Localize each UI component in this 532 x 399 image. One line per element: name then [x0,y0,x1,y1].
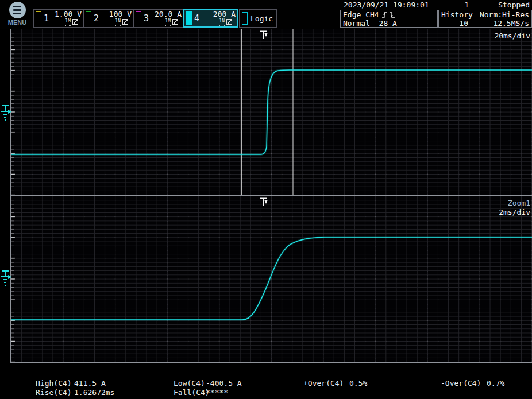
measurement-rise: Rise(C4)1.62672ms [36,388,114,397]
channel-3-scale: 20.0 A [155,11,182,18]
zoom-graticule [11,196,532,362]
timestamp: 2023/09/21 19:09:01 [344,1,429,9]
edge-slope-icon [381,11,395,18]
top-bar: MENU 1 1.00 V 1M 2 100 V 1N [0,0,532,29]
channel-2-coupling: 1N [115,18,121,26]
channel-4-coupling: 1N [219,18,225,26]
probe-icon [172,19,178,25]
trigger-position-marker-zoom[interactable] [260,197,270,207]
measurement-low-value: -400.5 A [206,379,242,388]
measurement-high: High(C4)411.5 A [36,379,114,388]
ch4-ground-marker-main[interactable] [1,104,11,122]
channel-3-color-bar [136,11,141,25]
oscilloscope-screen: MENU 1 1.00 V 1M 2 100 V 1N [0,0,532,399]
measurement-fall-value: ***** [206,388,228,397]
channel-4-box-selected[interactable]: 4 200 A 1N [183,9,238,28]
zoom-timebase-label: 2ms/div [499,208,530,216]
channel-4-color-bar [186,11,192,25]
channel-1-number: 1 [44,13,49,24]
measurement-pover-value: 0.5% [349,379,367,388]
history-label: History [441,10,475,19]
hamburger-icon [9,2,26,18]
menu-button[interactable]: MENU [6,1,29,26]
sample-rate: 12.5MS/s [468,19,529,28]
grid-border-bottom [11,362,532,363]
channel-2-box[interactable]: 2 100 V 1N [83,9,134,28]
logic-label: Logic [250,14,273,23]
status-row: 2023/09/21 19:09:01 1 Stopped [340,1,531,9]
channel-3-box[interactable]: 3 20.0 A 1M [133,9,184,28]
measurement-nover-value: 0.7% [487,379,504,388]
ch4-ground-marker-zoom[interactable] [1,269,11,288]
trigger-type: Edge CH4 [343,10,379,19]
acquisition-mode: Norm:Hi-Res [475,10,529,19]
zoom-window-title: Zoom1 [508,199,530,207]
channel-2-scale: 100 V [109,11,132,18]
measurement-high-value: 411.5 A [74,379,106,388]
main-timebase-label: 20ms/div [494,32,530,40]
channel-2-number: 2 [94,13,99,24]
channel-3-number: 3 [144,13,149,24]
probe-icon [122,19,128,25]
channel-3-coupling: 1M [165,18,171,26]
logic-box[interactable]: Logic [239,9,277,28]
measurement-rise-value: 1.62672ms [74,388,114,397]
trigger-position-marker-main[interactable] [260,30,270,40]
measurement-pover: +Over(C4)0.5% [303,379,367,388]
channel-strip: 1 1.00 V 1M 2 100 V 1N 3 20.0 A 1 [34,9,277,28]
trigger-settings-box[interactable]: Edge CH4 Normal -28 A [340,10,438,28]
acquisition-count: 1 [455,1,469,9]
probe-icon [226,19,232,25]
channel-4-scale: 200 A [213,11,236,18]
acquisition-box[interactable]: History Norm:Hi-Res 10 12.5MS/s [438,10,532,28]
measurement-nover: -Over(C4)0.7% [441,379,504,388]
logic-color-bar [242,12,248,25]
channel-1-scale: 1.00 V [55,11,82,18]
channel-1-coupling: 1M [65,18,71,26]
run-state: Stopped [498,1,530,9]
history-value: 10 [441,19,468,28]
channel-1-color-bar [36,11,41,25]
trigger-mode-level: Normal -28 A [343,19,435,28]
probe-icon [72,19,78,25]
waveform-display: 20ms/div Zoom1 2ms/div [0,29,532,363]
main-graticule [11,29,532,195]
channel-4-number: 4 [194,13,199,24]
measurement-fall: Fall(C4)***** [174,388,242,397]
measurement-low: Low(C4)-400.5 A [174,379,242,388]
channel-1-box[interactable]: 1 1.00 V 1M [33,9,84,28]
channel-2-color-bar [86,11,91,25]
menu-label: MENU [6,19,29,26]
